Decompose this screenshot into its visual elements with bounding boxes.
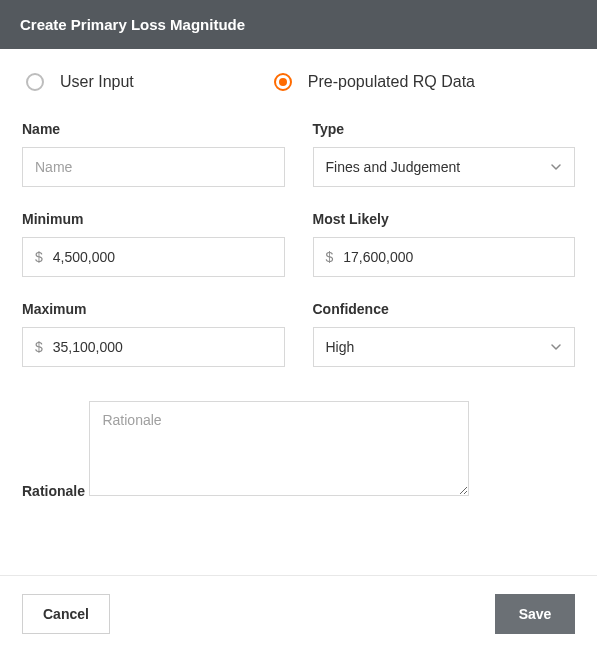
maximum-input-wrap[interactable]: $ xyxy=(22,327,285,367)
dollar-icon: $ xyxy=(326,249,334,265)
most-likely-input[interactable] xyxy=(343,249,562,265)
field-rationale: Rationale xyxy=(22,391,575,500)
field-maximum: Maximum $ xyxy=(22,301,285,367)
most-likely-input-wrap[interactable]: $ xyxy=(313,237,576,277)
label-minimum: Minimum xyxy=(22,211,285,227)
save-button[interactable]: Save xyxy=(495,594,575,634)
radio-rq-data[interactable]: Pre-populated RQ Data xyxy=(274,73,475,91)
chevron-down-icon xyxy=(550,341,562,353)
modal-footer: Cancel Save xyxy=(0,575,597,652)
create-primary-loss-modal: Create Primary Loss Magnitude User Input… xyxy=(0,0,597,652)
label-rationale: Rationale xyxy=(22,483,85,499)
field-confidence: Confidence High xyxy=(313,301,576,367)
label-confidence: Confidence xyxy=(313,301,576,317)
label-type: Type xyxy=(313,121,576,137)
radio-icon xyxy=(26,73,44,91)
field-type: Type Fines and Judgement xyxy=(313,121,576,187)
field-name: Name xyxy=(22,121,285,187)
chevron-down-icon xyxy=(550,161,562,173)
maximum-input[interactable] xyxy=(53,339,272,355)
confidence-select[interactable]: High xyxy=(313,327,576,367)
modal-body: User Input Pre-populated RQ Data Name Ty… xyxy=(0,49,597,575)
confidence-value: High xyxy=(326,339,355,355)
rationale-textarea[interactable] xyxy=(89,401,469,496)
cancel-button[interactable]: Cancel xyxy=(22,594,110,634)
radio-icon-selected xyxy=(274,73,292,91)
minimum-input-wrap[interactable]: $ xyxy=(22,237,285,277)
type-value: Fines and Judgement xyxy=(326,159,461,175)
minimum-input[interactable] xyxy=(53,249,272,265)
label-maximum: Maximum xyxy=(22,301,285,317)
field-minimum: Minimum $ xyxy=(22,211,285,277)
radio-label: User Input xyxy=(60,73,134,91)
radio-label: Pre-populated RQ Data xyxy=(308,73,475,91)
field-most-likely: Most Likely $ xyxy=(313,211,576,277)
dollar-icon: $ xyxy=(35,339,43,355)
label-name: Name xyxy=(22,121,285,137)
form-grid: Name Type Fines and Judgement Minimum $ … xyxy=(22,121,575,367)
modal-header: Create Primary Loss Magnitude xyxy=(0,0,597,49)
dollar-icon: $ xyxy=(35,249,43,265)
label-most-likely: Most Likely xyxy=(313,211,576,227)
radio-user-input[interactable]: User Input xyxy=(26,73,134,91)
type-select[interactable]: Fines and Judgement xyxy=(313,147,576,187)
modal-title: Create Primary Loss Magnitude xyxy=(20,16,245,33)
input-source-radios: User Input Pre-populated RQ Data xyxy=(22,73,575,91)
name-input[interactable] xyxy=(22,147,285,187)
